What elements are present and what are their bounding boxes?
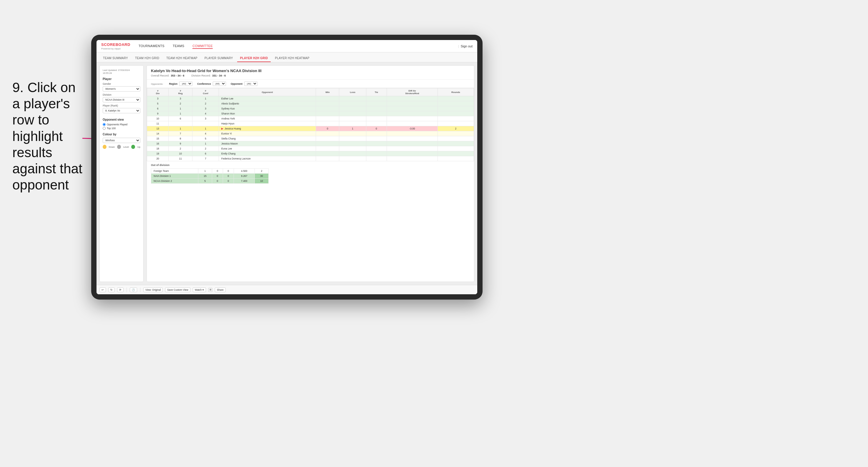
table-row[interactable]: 1691 Jessica Mason (147, 141, 474, 146)
table-row[interactable]: 613 Sydney Kuo (147, 106, 474, 111)
sign-out-link[interactable]: Sign out (461, 44, 472, 48)
save-custom-view-btn[interactable]: Save Custom View (165, 287, 190, 292)
clock-btn[interactable]: 🕐 (130, 287, 137, 292)
out-of-division-row[interactable]: NCAA Division 2 5 0 0 7.400 10 (151, 179, 269, 184)
table-row[interactable]: 522 Alexis Sudjianto (147, 101, 474, 106)
out-of-division-row[interactable]: NAIA Division 1 15 0 0 9.267 30 (151, 174, 269, 179)
tab-player-summary[interactable]: PLAYER SUMMARY (202, 55, 236, 62)
view-original-btn[interactable]: View: Original (143, 287, 163, 292)
left-panel: Last Updated: 27/03/2024 16:55:28 Player… (99, 65, 144, 282)
col-rounds: Rounds (437, 88, 474, 96)
opponent-select[interactable]: (All) (244, 82, 257, 86)
tab-team-h2h-heatmap[interactable]: TEAM H2H HEATMAP (163, 55, 200, 62)
radio-top100[interactable]: Top 100 (103, 127, 141, 130)
col-tie: Tie (366, 88, 386, 96)
table-row[interactable]: 1063 Andrea York (147, 116, 474, 121)
out-of-division-table: Foreign Team 1 0 0 4.500 2 NAIA Division… (151, 168, 269, 184)
out-of-division-title: Out of division (151, 164, 470, 166)
toolbar: ↩ ↻ ⟳ 🕐 View: Original Save Custom View … (96, 285, 477, 294)
col-conf: #Conf (192, 88, 219, 96)
tablet-screen: SCOREBOARD Powered by clippd TOURNAMENTS… (96, 40, 477, 294)
player-rank-select[interactable]: 8. Katelyn Vo (103, 108, 141, 113)
colour-by-title: Colour by (103, 133, 141, 136)
undo-btn[interactable]: ↩ (99, 287, 106, 292)
colour-up-label: Up (137, 146, 141, 148)
gender-label: Gender (103, 83, 141, 85)
logo: SCOREBOARD (101, 42, 130, 47)
grid-header: Katelyn Vo Head-to-Head Grid for Women's… (147, 66, 474, 80)
col-loss: Loss (339, 88, 366, 96)
tab-player-h2h-heatmap[interactable]: PLAYER H2H HEATMAP (272, 55, 312, 62)
highlighted-row[interactable]: 1311 ▶ Jessica Huang 0 1 0 -3.00 2 (147, 126, 474, 131)
grid-records: Overall Record: 353 - 34 - 6 Division Re… (151, 74, 470, 77)
table-row[interactable]: 1822 Euna Lee (147, 146, 474, 151)
right-panel: Katelyn Vo Head-to-Head Grid for Women's… (147, 65, 474, 282)
col-reg: #Reg (168, 88, 192, 96)
toolbar-sep-2 (140, 287, 141, 292)
opponent-view-title: Opponent view (103, 118, 141, 121)
table-row[interactable]: 331 Esther Lee (147, 96, 474, 101)
data-table: #Div #Reg #Conf Opponent Win Loss Tie Di… (147, 88, 474, 161)
colour-legend: Down Level Up (103, 145, 141, 149)
nav-teams[interactable]: TEAMS (173, 43, 184, 49)
nav-committee[interactable]: COMMITTEE (192, 43, 213, 49)
nav-tournaments[interactable]: TOURNAMENTS (138, 43, 164, 49)
radio-group: Opponents Played Top 100 (103, 123, 141, 130)
colour-down-dot (103, 145, 106, 149)
col-div: #Div (147, 88, 168, 96)
division-label: Division (103, 93, 141, 96)
col-diff: Diff AvStrokes/Rnd (386, 88, 437, 96)
conference-select[interactable]: (All) (213, 82, 226, 86)
col-win: Win (316, 88, 339, 96)
colour-up-dot (131, 145, 135, 149)
grid-icon: ⊞ (208, 288, 212, 292)
toolbar-sep-1 (126, 287, 127, 292)
table-row[interactable]: 914 Sharon Mun (147, 111, 474, 116)
colour-by-select[interactable]: Win/loss (103, 138, 141, 143)
tab-team-summary[interactable]: TEAM SUMMARY (100, 55, 131, 62)
filter-opponent: Opponent (All) (231, 82, 257, 86)
out-of-division: Out of division Foreign Team 1 0 0 4.500… (147, 161, 474, 186)
division-select[interactable]: NCAA Division III (103, 97, 141, 102)
nav-bar: SCOREBOARD Powered by clippd TOURNAMENTS… (96, 40, 477, 52)
last-updated: Last Updated: 27/03/2024 16:55:28 (103, 68, 141, 74)
table-row[interactable]: 1585 Stella Chang (147, 136, 474, 141)
filter-conference: Conference (All) (197, 82, 226, 86)
region-select[interactable]: (All) (179, 82, 192, 86)
logo-sub: Powered by clippd (101, 48, 124, 50)
arrow-indicator: ▶ (221, 127, 223, 130)
tab-bar: TEAM SUMMARY TEAM H2H GRID TEAM H2H HEAT… (96, 52, 477, 62)
gender-select[interactable]: Women's (103, 86, 141, 92)
table-row[interactable]: 11 Haejo Hyun (147, 121, 474, 126)
step-forward-btn[interactable]: ⟳ (117, 287, 124, 292)
tab-team-h2h-grid[interactable]: TEAM H2H GRID (132, 55, 162, 62)
watch-btn[interactable]: Watch ▾ (193, 287, 206, 292)
overall-record-label: Overall Record: (151, 74, 169, 77)
share-btn[interactable]: Share (215, 287, 226, 292)
filters-row: Opponents: Region (All) Conference (All) (147, 80, 474, 88)
colour-level-label: Level (123, 146, 129, 148)
overall-record-value: 353 - 34 - 6 (171, 74, 185, 77)
division-record-value: 331 - 34 - 6 (212, 74, 226, 77)
redo-btn[interactable]: ↻ (108, 287, 115, 292)
col-opponent: Opponent (219, 88, 316, 96)
grid-title: Katelyn Vo Head-to-Head Grid for Women's… (151, 68, 470, 73)
filter-region: Region (All) (169, 82, 192, 86)
table-row[interactable]: 19106 Emily Chang (147, 151, 474, 156)
table-row[interactable]: 1474 Eunice Yi (147, 131, 474, 136)
colour-down-label: Down (109, 146, 115, 148)
tab-player-h2h-grid[interactable]: PLAYER H2H GRID (237, 55, 271, 62)
radio-opponents-played[interactable]: Opponents Played (103, 123, 141, 126)
division-record-label: Division Record: (191, 74, 211, 77)
table-row[interactable]: 20117 Federica Domecq Lacroze (147, 156, 474, 161)
opponents-label: Opponents: (151, 82, 164, 85)
out-of-division-row[interactable]: Foreign Team 1 0 0 4.500 2 (151, 168, 269, 174)
player-section-title: Player (103, 77, 141, 81)
player-rank-label: Player (Rank) (103, 104, 141, 107)
nav-links: TOURNAMENTS TEAMS COMMITTEE (138, 43, 458, 49)
annotation-text: 9. Click on a player's row to highlight … (12, 80, 86, 193)
colour-level-dot (117, 145, 121, 149)
tablet-shell: SCOREBOARD Powered by clippd TOURNAMENTS… (91, 35, 483, 300)
